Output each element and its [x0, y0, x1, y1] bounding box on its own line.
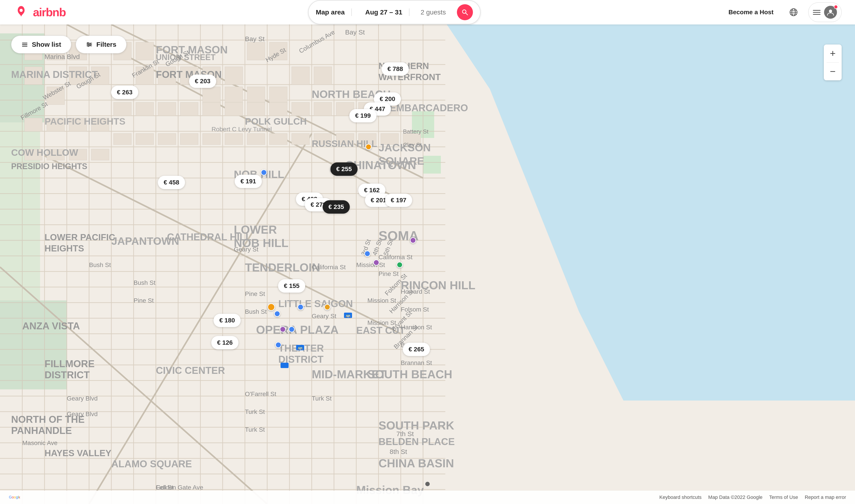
- svg-text:ANZA VISTA: ANZA VISTA: [22, 320, 80, 331]
- svg-rect-91: [225, 102, 243, 116]
- map-dot-purple-2: [410, 237, 416, 244]
- map-dot-orange-3: [324, 304, 330, 310]
- avatar: [824, 6, 837, 19]
- svg-text:Mission St: Mission St: [356, 262, 385, 268]
- zoom-in-button[interactable]: +: [824, 44, 842, 62]
- map-footer: Google Keyboard shortcuts Map Data ©2022…: [0, 491, 855, 504]
- svg-rect-81: [269, 87, 287, 105]
- price-pin-pin-180[interactable]: € 180: [213, 314, 241, 327]
- search-bar[interactable]: Map area Aug 27 – 31 2 guests: [308, 0, 481, 24]
- svg-text:Folsom St: Folsom St: [401, 306, 429, 313]
- svg-text:Geary Blvd: Geary Blvd: [67, 395, 98, 402]
- svg-text:HEIGHTS: HEIGHTS: [45, 244, 84, 253]
- price-pin-pin-191[interactable]: € 191: [235, 175, 262, 188]
- svg-text:Geary St: Geary St: [312, 313, 336, 320]
- svg-rect-90: [203, 102, 221, 116]
- price-pin-pin-788[interactable]: € 788: [382, 62, 409, 76]
- svg-text:LOWER PACIFIC: LOWER PACIFIC: [45, 232, 115, 242]
- show-list-label: Show list: [32, 41, 61, 48]
- filters-button[interactable]: Filters: [76, 36, 126, 53]
- map-data-link[interactable]: Map Data ©2022 Google: [708, 494, 763, 500]
- svg-rect-95: [314, 102, 332, 116]
- svg-rect-72: [292, 67, 310, 85]
- map-dot-purple-4: [280, 326, 286, 332]
- svg-rect-106: [180, 133, 198, 145]
- terms-link[interactable]: Terms of Use: [769, 494, 798, 500]
- google-logo: Google: [9, 494, 20, 501]
- airbnb-logo-icon: [13, 4, 29, 20]
- svg-text:Turk St: Turk St: [245, 426, 265, 433]
- svg-text:Google: Google: [9, 495, 20, 499]
- svg-rect-92: [247, 102, 265, 116]
- svg-rect-104: [136, 133, 154, 145]
- globe-button[interactable]: [786, 4, 802, 20]
- map-dot-blue-5: [289, 326, 295, 332]
- price-pin-pin-235[interactable]: € 235: [322, 200, 350, 214]
- map-dot-blue-3: [297, 304, 304, 310]
- svg-text:BELDEN PLACE: BELDEN PLACE: [379, 436, 455, 447]
- svg-text:OPERA PLAZA: OPERA PLAZA: [256, 323, 339, 336]
- map-controls: Show list Filters: [11, 36, 126, 53]
- svg-point-226: [89, 44, 91, 45]
- svg-rect-82: [24, 118, 42, 131]
- svg-rect-219: [22, 43, 28, 43]
- search-button[interactable]: [457, 4, 473, 20]
- search-dates[interactable]: Aug 27 – 31: [359, 8, 409, 16]
- svg-text:Pine St: Pine St: [379, 270, 399, 277]
- price-pin-pin-263[interactable]: € 263: [111, 86, 138, 99]
- svg-point-227: [88, 45, 89, 47]
- search-guests[interactable]: 2 guests: [416, 8, 450, 16]
- svg-text:FORT MASON: FORT MASON: [156, 44, 228, 56]
- map-dot-blue-6: [275, 342, 281, 348]
- transit-dot-3: [281, 363, 289, 368]
- list-icon: [21, 41, 28, 48]
- zoom-out-button[interactable]: −: [824, 62, 842, 80]
- svg-rect-103: [114, 133, 132, 145]
- hamburger-icon: [813, 10, 820, 15]
- logo[interactable]: airbnb: [13, 4, 66, 20]
- search-map-area[interactable]: Map area: [316, 8, 352, 16]
- become-host-button[interactable]: Become a Host: [723, 5, 779, 19]
- svg-line-212: [466, 13, 468, 15]
- price-pin-pin-203[interactable]: € 203: [189, 74, 216, 88]
- map-dot-blue-2: [364, 251, 370, 257]
- svg-text:HAYES VALLEY: HAYES VALLEY: [45, 448, 111, 458]
- svg-rect-109: [247, 133, 265, 145]
- keyboard-shortcuts-link[interactable]: Keyboard shortcuts: [659, 494, 702, 500]
- svg-text:CIVIC CENTER: CIVIC CENTER: [156, 365, 225, 376]
- svg-text:Battery St: Battery St: [403, 128, 429, 135]
- svg-text:LITTLE SAIGON: LITTLE SAIGON: [278, 298, 353, 309]
- svg-point-225: [87, 42, 89, 44]
- price-pin-pin-458[interactable]: € 458: [158, 176, 185, 189]
- svg-rect-87: [136, 102, 154, 116]
- price-pin-pin-255[interactable]: € 255: [330, 162, 357, 176]
- svg-text:7th St: 7th St: [396, 430, 414, 437]
- price-pin-pin-155[interactable]: € 155: [278, 279, 305, 293]
- svg-rect-93: [269, 102, 287, 116]
- svg-rect-107: [203, 133, 221, 145]
- svg-rect-111: [292, 133, 310, 145]
- map-container[interactable]: UNION STREET PACIFIC HEIGHTS PRESIDIO HE…: [0, 0, 855, 504]
- svg-text:COW HOLLOW: COW HOLLOW: [11, 147, 78, 158]
- svg-text:Bush St: Bush St: [134, 279, 155, 286]
- svg-text:FILLMORE: FILLMORE: [45, 358, 94, 369]
- menu-profile-button[interactable]: [808, 2, 842, 22]
- svg-rect-221: [22, 46, 28, 47]
- svg-text:Brannan St: Brannan St: [401, 359, 432, 366]
- price-pin-pin-197[interactable]: € 197: [385, 194, 412, 207]
- svg-text:Masonic Ave: Masonic Ave: [22, 439, 57, 446]
- svg-text:DISTRICT: DISTRICT: [45, 370, 90, 380]
- svg-text:Bay St: Bay St: [345, 29, 365, 36]
- show-list-button[interactable]: Show list: [11, 36, 71, 53]
- filters-icon: [86, 41, 93, 48]
- svg-text:MARINA DISTRICT: MARINA DISTRICT: [11, 69, 98, 80]
- svg-rect-73: [314, 67, 332, 85]
- price-pin-pin-199[interactable]: € 199: [349, 109, 377, 122]
- filters-label: Filters: [97, 41, 117, 48]
- svg-text:Bush St: Bush St: [89, 262, 111, 268]
- price-pin-pin-126[interactable]: € 126: [211, 336, 239, 349]
- svg-text:EMBARCADERO: EMBARCADERO: [390, 102, 468, 113]
- price-pin-pin-265[interactable]: € 265: [403, 343, 430, 356]
- report-error-link[interactable]: Report a map error: [805, 494, 846, 500]
- svg-rect-78: [203, 87, 221, 105]
